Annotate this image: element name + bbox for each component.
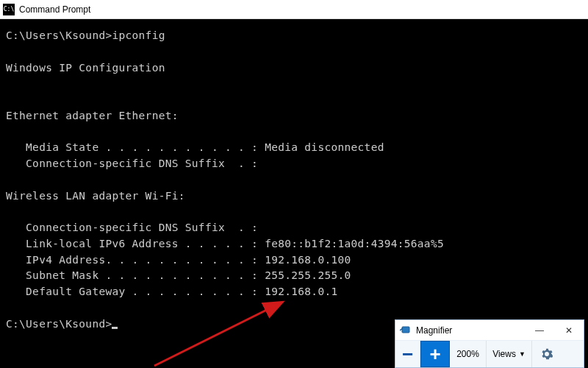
chevron-down-icon: ▼ — [519, 350, 526, 358]
zoom-out-button[interactable]: − — [395, 341, 420, 367]
views-label: Views — [492, 349, 516, 359]
output-line: Ethernet adapter Ethernet: — [6, 110, 179, 121]
output-line: Link-local IPv6 Address . . . . . : fe80… — [6, 238, 444, 250]
output-line: Connection-specific DNS Suffix . : — [6, 158, 258, 169]
output-line: Media State . . . . . . . . . . . : Medi… — [6, 141, 384, 153]
magnifier-toolbar: − + 200% Views ▼ — [395, 341, 584, 367]
gear-icon — [541, 348, 553, 360]
zoom-in-button[interactable]: + — [420, 341, 450, 367]
terminal-cursor — [112, 327, 118, 329]
command-prompt-window: C:\ Command Prompt C:\Users\Ksound>ipcon… — [0, 0, 588, 368]
views-dropdown[interactable]: Views ▼ — [487, 341, 532, 367]
output-line: C:\Users\Ksound> — [6, 318, 112, 330]
magnifier-app-icon — [400, 325, 412, 336]
minimize-button[interactable]: — — [525, 320, 554, 340]
close-button[interactable]: ✕ — [554, 320, 584, 340]
output-line: Connection-specific DNS Suffix . : — [6, 222, 258, 233]
cmd-app-icon: C:\ — [3, 4, 15, 15]
cmd-titlebar[interactable]: C:\ Command Prompt — [0, 0, 588, 19]
terminal-output[interactable]: C:\Users\Ksound>ipconfig Windows IP Conf… — [0, 19, 588, 368]
output-line: Default Gateway . . . . . . . . . : 192.… — [6, 286, 338, 297]
output-line: IPv4 Address. . . . . . . . . . . : 192.… — [6, 254, 351, 266]
magnifier-titlebar[interactable]: Magnifier — ✕ — [395, 320, 584, 341]
magnifier-title: Magnifier — [416, 325, 525, 336]
cmd-title: Command Prompt — [19, 4, 90, 15]
zoom-level-label: 200% — [450, 341, 487, 367]
output-line: Subnet Mask . . . . . . . . . . . : 255.… — [6, 269, 351, 281]
magnifier-system-buttons: — ✕ — [525, 320, 584, 340]
settings-button[interactable] — [532, 341, 562, 367]
output-line: Wireless LAN adapter Wi-Fi: — [6, 190, 185, 202]
svg-rect-2 — [402, 327, 409, 333]
output-line: Windows IP Configuration — [6, 62, 165, 74]
magnifier-window[interactable]: Magnifier — ✕ − + 200% Views ▼ — [395, 319, 584, 368]
output-line: C:\Users\Ksound>ipconfig — [6, 29, 165, 41]
